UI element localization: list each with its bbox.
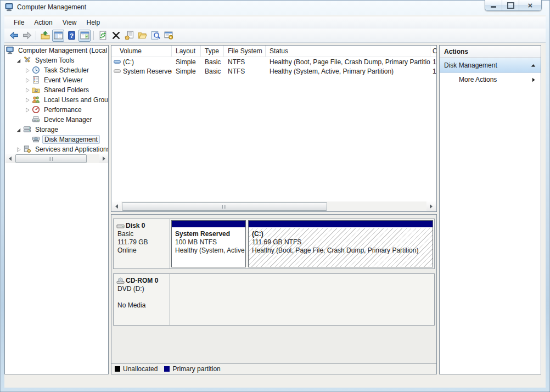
more-actions-item[interactable]: More Actions [440, 73, 541, 86]
scroll-left-button[interactable] [5, 154, 15, 163]
volume-list-pane: Volume Layout Type File System Status C … [111, 45, 437, 212]
find-button[interactable] [149, 30, 161, 42]
task-scheduler-icon [32, 66, 41, 75]
maximize-button[interactable] [502, 0, 519, 10]
cdrom-0-label[interactable]: CD-ROM 0 DVD (D:) No Media [114, 274, 170, 325]
open-folder-button[interactable] [136, 30, 148, 42]
forward-button[interactable] [21, 30, 33, 42]
delete-button[interactable] [110, 30, 122, 42]
scroll-right-icon [103, 156, 105, 161]
storage-icon [23, 125, 32, 134]
refresh-button[interactable] [97, 30, 109, 42]
partition-c[interactable]: (C:) 111.69 GB NTFS Healthy (Boot, Page … [248, 220, 433, 267]
tree-item-system-tools[interactable]: System Tools [5, 55, 108, 65]
disk-0-type: Basic [117, 230, 170, 238]
disk-0-size: 111.79 GB [117, 238, 170, 247]
disk-management-icon [32, 135, 41, 144]
minimize-icon [491, 6, 496, 8]
tree-item-device-manager[interactable]: Device Manager [5, 115, 108, 125]
cdrom-0-row: CD-ROM 0 DVD (D:) No Media [113, 273, 435, 326]
menu-view[interactable]: View [58, 17, 82, 28]
scroll-right-button[interactable] [426, 201, 436, 211]
volume-row-system-reserved[interactable]: System Reserved Simple Basic NTFS Health… [111, 66, 436, 76]
disk-0-label[interactable]: Disk 0 Basic 111.79 GB Online [114, 219, 170, 268]
show-action-pane-icon [80, 31, 89, 40]
tree-item-services-and-applications[interactable]: Services and Applications [5, 144, 108, 154]
computer-management-window: { "window": { "title": "Computer Managem… [0, 0, 550, 392]
column-header-capacity[interactable]: C [430, 46, 436, 57]
title-bar[interactable]: Computer Management × [0, 0, 550, 15]
scroll-right-icon [430, 204, 433, 209]
menu-bar: File Action View Help [4, 16, 546, 29]
cd-rom-icon [116, 277, 125, 285]
cdrom-0-status: No Media [117, 301, 170, 310]
volume-c-icon [113, 58, 121, 65]
show-action-pane-button[interactable] [78, 30, 91, 42]
computer-icon [6, 46, 15, 55]
tree-horizontal-scrollbar[interactable] [5, 154, 109, 163]
expander-expanded-icon[interactable] [15, 57, 23, 65]
console-tree-panel: Computer Management (Local System Tools … [4, 45, 109, 374]
legend-primary-partition-label: Primary partition [172, 365, 220, 373]
collapse-up-icon[interactable] [530, 63, 536, 69]
tree-item-disk-management[interactable]: Disk Management [5, 135, 108, 144]
up-folder-icon [41, 31, 50, 40]
menu-help[interactable]: Help [82, 17, 105, 28]
up-folder-button[interactable] [39, 30, 51, 42]
help-icon [67, 31, 76, 40]
forward-icon [23, 31, 32, 40]
expander-collapsed-icon[interactable] [24, 66, 32, 75]
column-header-file-system[interactable]: File System [224, 46, 266, 57]
scroll-right-button[interactable] [99, 154, 109, 163]
submenu-right-icon [530, 77, 536, 83]
tree-item-task-scheduler[interactable]: Task Scheduler [5, 65, 108, 75]
find-icon [151, 31, 160, 40]
expander-collapsed-icon[interactable] [24, 106, 32, 114]
tree-item-storage[interactable]: Storage [5, 125, 108, 135]
tree-item-local-users-and-groups[interactable]: Local Users and Groups [5, 95, 108, 105]
app-icon [5, 3, 14, 12]
scroll-left-button[interactable] [112, 201, 121, 211]
event-viewer-icon [32, 76, 41, 85]
show-console-tree-icon [54, 31, 63, 40]
tree-item-event-viewer[interactable]: Event Viewer [5, 75, 108, 85]
expander-expanded-icon[interactable] [15, 126, 23, 134]
minimize-button[interactable] [485, 0, 502, 10]
expander-collapsed-icon[interactable] [15, 145, 23, 154]
column-header-status[interactable]: Status [266, 46, 430, 57]
partition-system-reserved[interactable]: System Reserved 100 MB NTFS Healthy (Sys… [171, 220, 246, 267]
actions-pane: Actions Disk Management More Actions [439, 45, 541, 374]
tree-item-shared-folders[interactable]: Shared Folders [5, 85, 108, 95]
scrollbar-thumb[interactable] [122, 202, 327, 211]
scrollbar-thumb[interactable] [15, 154, 87, 163]
disk-0-partitions: System Reserved 100 MB NTFS Healthy (Sys… [170, 219, 434, 268]
settings-icon [164, 31, 173, 40]
graphical-view-pane: Disk 0 Basic 111.79 GB Online System Res… [111, 214, 437, 374]
help-button[interactable] [65, 30, 77, 42]
back-button[interactable] [8, 30, 20, 42]
column-header-volume[interactable]: Volume [111, 46, 172, 57]
show-console-tree-button[interactable] [52, 30, 64, 42]
volume-row-c[interactable]: (C:) Simple Basic NTFS Healthy (Boot, Pa… [111, 57, 436, 66]
volume-list-horizontal-scrollbar[interactable] [112, 201, 436, 211]
properties-button[interactable] [123, 30, 135, 42]
users-icon [32, 96, 41, 104]
expander-collapsed-icon[interactable] [24, 76, 32, 85]
settings-button[interactable] [162, 30, 175, 42]
actions-group-disk-management[interactable]: Disk Management [440, 58, 541, 73]
menu-action[interactable]: Action [29, 17, 57, 28]
delete-icon [111, 31, 121, 40]
close-button[interactable]: × [519, 0, 541, 10]
primary-partition-swatch [164, 366, 170, 372]
menu-file[interactable]: File [9, 17, 29, 28]
column-header-type[interactable]: Type [201, 46, 224, 57]
tree-item-performance[interactable]: Performance [5, 105, 108, 115]
column-header-layout[interactable]: Layout [172, 46, 201, 57]
back-icon [9, 31, 19, 40]
expander-collapsed-icon[interactable] [24, 96, 32, 104]
device-manager-icon [32, 115, 41, 124]
expander-collapsed-icon[interactable] [24, 86, 32, 94]
services-icon [23, 145, 32, 154]
primary-partition-band [172, 221, 245, 227]
tree-item-computer-management[interactable]: Computer Management (Local [5, 46, 108, 55]
